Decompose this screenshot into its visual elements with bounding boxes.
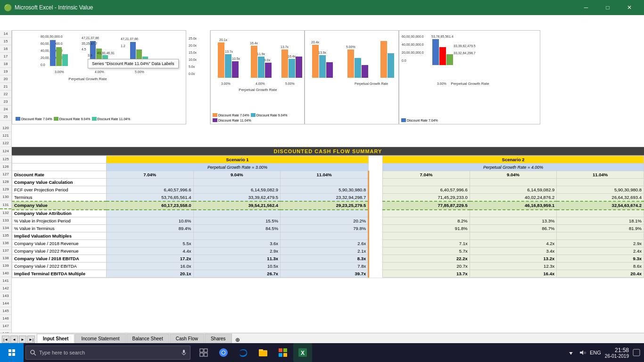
svg-marker-100 bbox=[580, 350, 583, 355]
tab-income-statement[interactable]: Income Statement bbox=[75, 334, 125, 343]
close-button[interactable]: ✕ bbox=[619, 0, 640, 15]
svg-rect-86 bbox=[200, 353, 203, 356]
svg-text:20.0x: 20.0x bbox=[189, 44, 197, 47]
svg-rect-76 bbox=[8, 349, 11, 352]
taskbar-search-box[interactable]: Type here to search bbox=[25, 346, 190, 360]
chart-1[interactable]: 80,00,00,000.0 60,00,00,000.0 40,00,00,0… bbox=[12, 30, 186, 124]
chart-3[interactable]: 20.4x 13.9x 5.00% Perpetual Growth Rate bbox=[305, 30, 399, 124]
dcf-table-container: DISCOUNTED CASH FLOW SUMMARY Scenario 1 … bbox=[12, 147, 644, 343]
svg-text:0.0: 0.0 bbox=[402, 59, 406, 62]
svg-rect-32 bbox=[225, 54, 231, 78]
svg-text:13.7x: 13.7x bbox=[281, 45, 289, 49]
svg-text:35,25,87,7: 35,25,87,7 bbox=[82, 42, 97, 45]
notification-icon[interactable] bbox=[633, 349, 640, 356]
svg-text:4.00%: 4.00% bbox=[256, 82, 265, 85]
table-row: Company Value / 2022 EBITDA 16.0x 10.5x … bbox=[12, 263, 644, 270]
svg-rect-37 bbox=[251, 46, 257, 78]
task-view-button[interactable] bbox=[194, 343, 213, 362]
svg-text:5.0x: 5.0x bbox=[189, 65, 195, 68]
svg-rect-95 bbox=[279, 353, 282, 357]
table-row: Company Value / 2022 Revenue 4.4x 2.9x 2… bbox=[12, 247, 644, 255]
svg-text:Perpetual Growth Rate: Perpetual Growth Rate bbox=[451, 82, 489, 86]
chrome-icon[interactable] bbox=[214, 343, 233, 362]
svg-text:16.4x: 16.4x bbox=[288, 55, 296, 58]
svg-rect-85 bbox=[204, 349, 207, 352]
svg-rect-5 bbox=[50, 40, 56, 66]
chart-legend-1: Discount Rate 7.04% Discount Rate 9.04% … bbox=[15, 116, 131, 122]
svg-text:10.5x: 10.5x bbox=[232, 57, 240, 60]
chart-2[interactable]: 20.1x 13.7x 10.5x 16.4x 11.9x 9.0x 13.7x… bbox=[210, 30, 305, 124]
add-sheet-button[interactable]: ⊕ bbox=[232, 337, 243, 343]
table-row: Implied Terminal EBITDA Multiple 20.1x 2… bbox=[12, 270, 644, 278]
svg-rect-79 bbox=[12, 353, 15, 356]
row-numbers-dcf: 124 125 126 127 128 129 130 131 132 133 … bbox=[0, 147, 12, 343]
table-row: Implied Valuation Multiples bbox=[12, 232, 644, 240]
sheet-nav-last[interactable]: ►| bbox=[27, 336, 35, 343]
sheet-nav-first[interactable]: |◄ bbox=[2, 336, 9, 343]
sheet-tabs: |◄ ◄ ► ►| Input Sheet Income Statement B… bbox=[0, 333, 644, 343]
svg-text:40,00,00,000.0: 40,00,00,000.0 bbox=[402, 43, 424, 46]
svg-rect-60 bbox=[380, 41, 387, 78]
tab-balance-sheet[interactable]: Balance Sheet bbox=[126, 334, 169, 343]
pgr1-header: Perpetual Growth Rate = 3.00% bbox=[107, 164, 369, 171]
svg-rect-70 bbox=[446, 54, 453, 65]
system-clock[interactable]: 21:58 26-01-2019 bbox=[605, 347, 629, 359]
excel-icon: 🟢 bbox=[4, 4, 12, 11]
svg-rect-82 bbox=[183, 350, 185, 353]
svg-text:20,00,00,000.0: 20,00,00,000.0 bbox=[402, 51, 424, 54]
row-numbers-top: 14 15 16 17 18 19 20 21 22 23 24 25 bbox=[0, 30, 12, 124]
start-button[interactable] bbox=[0, 343, 24, 362]
excel-taskbar-icon[interactable]: X bbox=[293, 343, 312, 362]
svg-text:0.0x: 0.0x bbox=[189, 72, 195, 75]
svg-rect-7 bbox=[62, 54, 68, 66]
dcf-table: Scenario 1 Scenario 2 Perpetual Growth R… bbox=[12, 156, 644, 278]
pgr-header-row: Perpetual Growth Rate = 3.00% Perpetual … bbox=[12, 164, 644, 171]
sheet-navigation[interactable]: |◄ ◄ ► ►| bbox=[0, 336, 37, 343]
svg-text:13.9x: 13.9x bbox=[318, 51, 327, 54]
sheet-nav-next[interactable]: ► bbox=[19, 336, 26, 343]
svg-rect-33 bbox=[232, 61, 239, 78]
company-value-row: Company Value 60,17,23,558.0 39,54,21,56… bbox=[12, 201, 644, 210]
taskbar: Type here to search bbox=[0, 343, 644, 362]
svg-rect-61 bbox=[388, 53, 394, 78]
svg-text:49,30,46,91: 49,30,46,91 bbox=[97, 51, 115, 55]
svg-rect-6 bbox=[56, 47, 62, 66]
search-icon bbox=[30, 349, 36, 356]
minimize-button[interactable]: ─ bbox=[575, 0, 597, 15]
svg-rect-58 bbox=[355, 58, 361, 78]
store-icon[interactable] bbox=[273, 343, 292, 362]
chart-legend-4: Discount Rate 7.04% bbox=[400, 117, 439, 123]
svg-point-90 bbox=[222, 351, 225, 354]
svg-rect-43 bbox=[281, 49, 288, 78]
tab-input-sheet[interactable]: Input Sheet bbox=[37, 334, 74, 343]
svg-text:1.2: 1.2 bbox=[121, 44, 125, 48]
chart-4[interactable]: 60,00,00,000.0 40,00,00,000.0 20,00,00,0… bbox=[399, 30, 540, 124]
svg-rect-102 bbox=[633, 349, 640, 356]
tab-shares[interactable]: Shares bbox=[205, 334, 232, 343]
svg-text:5.00%: 5.00% bbox=[346, 45, 355, 49]
sheet-nav-prev[interactable]: ◄ bbox=[10, 336, 18, 343]
svg-text:5.00%: 5.00% bbox=[135, 70, 144, 74]
chart-tooltip: Series "Discount Rate 11.04%" Data Label… bbox=[88, 59, 179, 68]
svg-text:)))): )))) bbox=[584, 351, 586, 354]
clock-time: 21:58 bbox=[605, 347, 629, 354]
file-explorer-icon[interactable] bbox=[254, 343, 272, 362]
svg-rect-92 bbox=[259, 349, 263, 351]
table-row: Company Value / 2018 EBITDA 17.2x 11.3x … bbox=[12, 255, 644, 263]
svg-rect-31 bbox=[218, 42, 224, 78]
title-bar: 🟢 Microsoft Excel - Intrinsic Value ─ □ … bbox=[0, 0, 644, 15]
tab-cash-flow[interactable]: Cash Flow bbox=[170, 334, 204, 343]
edge-icon[interactable] bbox=[234, 343, 253, 362]
taskbar-pinned-icons: X bbox=[194, 343, 312, 362]
svg-rect-39 bbox=[265, 63, 272, 78]
svg-rect-84 bbox=[200, 349, 203, 352]
chart-legend-2: Discount Rate 7.04% Discount Rate 9.04% … bbox=[212, 112, 304, 123]
col-spacer-1: 25.0x 20.0x 15.0x 10.0x 5.0x 0.0x bbox=[186, 30, 210, 124]
svg-text:4.00%: 4.00% bbox=[95, 70, 104, 74]
maximize-button[interactable]: □ bbox=[597, 0, 619, 15]
svg-text:11.9x: 11.9x bbox=[257, 52, 265, 56]
svg-text:13.7x: 13.7x bbox=[225, 50, 233, 53]
svg-rect-44 bbox=[289, 59, 295, 78]
scenario2-header: Scenario 2 bbox=[383, 156, 644, 164]
svg-text:3.00%: 3.00% bbox=[437, 82, 446, 85]
